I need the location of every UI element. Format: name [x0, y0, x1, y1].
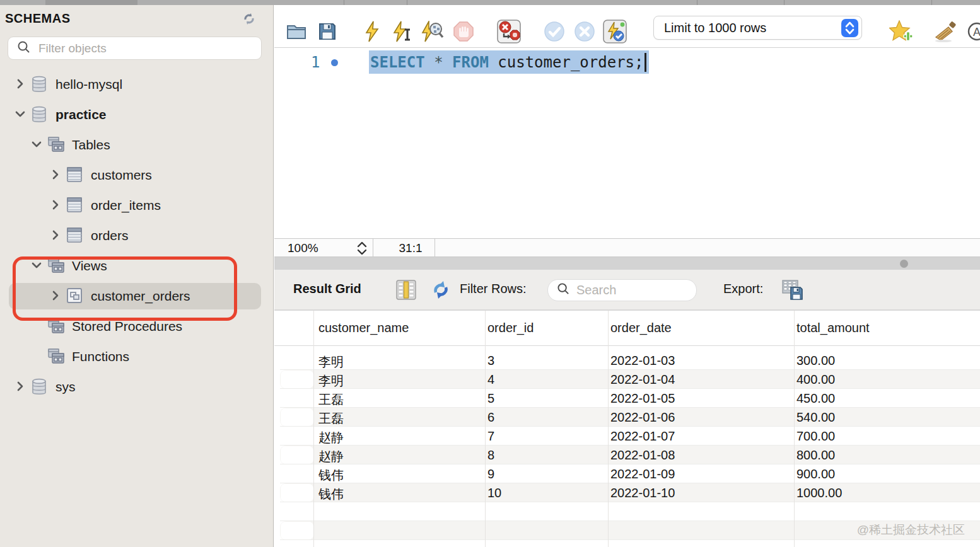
tree-item-customer-orders[interactable]: customer_orders [0, 281, 274, 311]
cell-total_amount[interactable]: 800.00 [796, 448, 835, 463]
explain-plan-icon[interactable] [420, 19, 445, 44]
scrollbar-thumb[interactable] [900, 260, 908, 268]
column-header-customer_name[interactable]: customer_name [318, 321, 409, 335]
cell-total_amount[interactable]: 400.00 [796, 372, 835, 387]
filter-objects-input[interactable]: Filter objects [8, 37, 262, 60]
export-label: Export: [723, 282, 763, 296]
watermark: @稀土掘金技术社区 [857, 522, 965, 538]
chevron-right-icon[interactable] [14, 380, 28, 394]
chevron-right-icon[interactable] [14, 78, 28, 91]
cell-order_id[interactable]: 5 [487, 391, 494, 406]
row-gutter[interactable] [281, 408, 313, 426]
cell-customer_name[interactable]: 王磊 [318, 410, 344, 427]
tree-item-sys[interactable]: sys [0, 372, 274, 402]
table-row[interactable]: 钱伟102022-01-101000.00 [274, 483, 980, 502]
cell-customer_name[interactable]: 李明 [318, 372, 344, 389]
row-gutter[interactable] [281, 446, 313, 464]
export-results-icon[interactable] [781, 279, 804, 301]
cell-order_date[interactable]: 2022-01-04 [610, 372, 675, 387]
save-icon[interactable] [315, 19, 340, 44]
cell-customer_name[interactable]: 李明 [318, 354, 344, 371]
tree-item-stored-procedures[interactable]: Stored Procedures [0, 311, 274, 342]
column-header-total_amount[interactable]: total_amount [796, 321, 870, 335]
cell-order_id[interactable]: 7 [487, 429, 494, 444]
stop-on-error-icon[interactable] [496, 19, 522, 44]
tree-item-functions[interactable]: Functions [0, 342, 274, 372]
zoom-stepper-icon[interactable] [355, 241, 369, 258]
stop-icon[interactable] [451, 19, 476, 44]
cell-order_id[interactable]: 8 [487, 448, 494, 463]
cell-total_amount[interactable]: 1000.00 [796, 486, 842, 500]
horizontal-scrollbar[interactable] [274, 257, 980, 270]
cell-customer_name[interactable]: 赵静 [318, 429, 344, 446]
cell-order_date[interactable]: 2022-01-09 [610, 467, 675, 481]
result-search-input[interactable]: Search [547, 279, 697, 301]
chevron-down-icon[interactable] [30, 138, 44, 152]
cell-order_date[interactable]: 2022-01-08 [610, 448, 675, 463]
cell-order_id[interactable]: 4 [487, 372, 494, 387]
beautify-sql-icon[interactable] [933, 19, 958, 44]
tree-item-views[interactable]: Views [0, 251, 274, 281]
cell-total_amount[interactable]: 540.00 [796, 410, 835, 425]
tree-item-tables[interactable]: Tables [0, 130, 274, 160]
column-header-order_id[interactable]: order_id [487, 321, 534, 335]
cell-order_id[interactable]: 6 [487, 410, 494, 425]
table-row[interactable]: 李明42022-01-04400.00 [274, 370, 980, 389]
cell-order_date[interactable]: 2022-01-10 [610, 486, 675, 500]
limit-rows-select[interactable]: Limit to 1000 rows [653, 16, 862, 40]
chevron-right-icon[interactable] [49, 199, 63, 212]
cell-total_amount[interactable]: 700.00 [796, 429, 835, 444]
cell-customer_name[interactable]: 钱伟 [318, 486, 344, 503]
row-gutter[interactable] [281, 484, 313, 502]
open-file-icon[interactable] [284, 19, 310, 44]
cell-order_id[interactable]: 10 [487, 486, 501, 500]
cell-order_date[interactable]: 2022-01-05 [610, 391, 675, 406]
refresh-schemas-icon[interactable] [242, 11, 257, 26]
cell-total_amount[interactable]: 900.00 [796, 467, 835, 481]
chevron-down-icon[interactable] [30, 259, 44, 273]
toggle-autocommit-icon[interactable] [602, 19, 627, 44]
grid-columns-icon[interactable] [395, 279, 418, 301]
tree-item-order-items[interactable]: order_items [0, 190, 274, 221]
find-icon[interactable]: A [964, 19, 980, 44]
commit-icon[interactable] [542, 19, 567, 44]
cell-order_date[interactable]: 2022-01-06 [610, 410, 675, 425]
cell-order_date[interactable]: 2022-01-07 [610, 429, 675, 444]
chevron-down-icon[interactable] [14, 108, 28, 122]
editor-statusbar: 100% 31:1 [274, 238, 980, 257]
table-row[interactable]: 赵静72022-01-07700.00 [274, 427, 980, 446]
cell-order_id[interactable]: 3 [487, 354, 494, 368]
save-snippet-icon[interactable] [889, 19, 914, 44]
table-row[interactable]: 赵静82022-01-08800.00 [274, 446, 980, 464]
cell-total_amount[interactable]: 450.00 [796, 391, 835, 406]
table-row[interactable]: 王磊62022-01-06540.00 [274, 408, 980, 427]
row-gutter[interactable] [281, 371, 313, 388]
chevron-right-icon[interactable] [49, 289, 63, 303]
cell-customer_name[interactable]: 赵静 [318, 448, 344, 465]
no-chevron [30, 320, 44, 333]
table-row[interactable]: 钱伟92022-01-09900.00 [274, 464, 980, 483]
row-gutter[interactable] [281, 522, 313, 539]
rollback-icon[interactable] [572, 19, 597, 44]
tree-item-practice[interactable]: practice [0, 100, 274, 130]
cell-order_id[interactable]: 9 [487, 467, 494, 481]
cell-customer_name[interactable]: 钱伟 [318, 467, 344, 484]
refresh-results-icon[interactable] [429, 279, 452, 301]
table-row[interactable]: 李明32022-01-03300.00 [274, 351, 980, 370]
sql-editor[interactable]: 1 SELECT * FROM customer_orders; [274, 48, 980, 238]
column-header-order_date[interactable]: order_date [610, 321, 672, 335]
chevron-right-icon[interactable] [49, 168, 63, 182]
execute-current-statement-icon[interactable] [390, 19, 415, 44]
cell-total_amount[interactable]: 300.00 [796, 354, 835, 368]
table-row[interactable]: 王磊52022-01-05450.00 [274, 389, 980, 408]
search-placeholder: Search [576, 283, 616, 297]
cell-order_date[interactable]: 2022-01-03 [610, 354, 675, 368]
sql-selection: SELECT * FROM customer_orders; [369, 50, 649, 74]
tree-item-customers[interactable]: customers [0, 160, 274, 190]
result-grid-toolbar: Result Grid Filt [274, 270, 980, 310]
execute-icon[interactable] [359, 19, 385, 44]
tree-item-hello-mysql[interactable]: hello-mysql [0, 69, 274, 100]
tree-item-orders[interactable]: orders [0, 221, 274, 251]
cell-customer_name[interactable]: 王磊 [318, 391, 344, 408]
chevron-right-icon[interactable] [49, 229, 63, 243]
